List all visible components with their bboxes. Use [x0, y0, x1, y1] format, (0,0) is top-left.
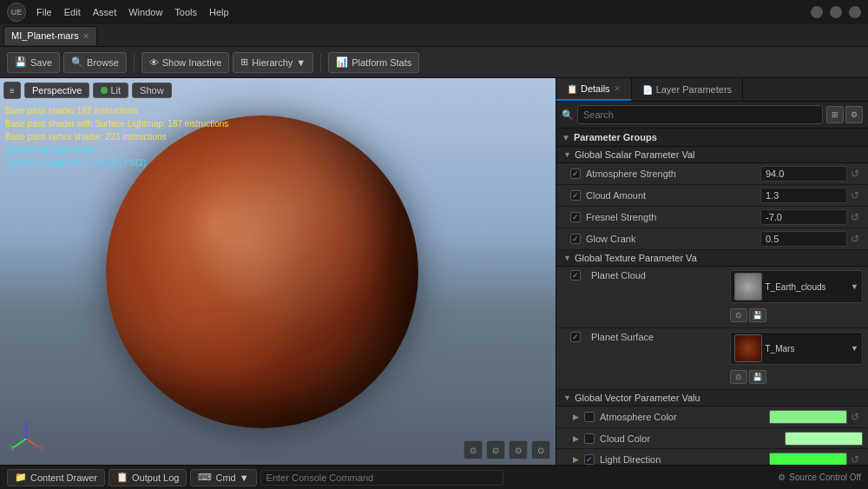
show-inactive-icon: 👁 — [149, 57, 159, 68]
menu-window[interactable]: Window — [128, 7, 162, 17]
tab-details[interactable]: 📋 Details ✕ — [556, 78, 632, 101]
browse-label: Browse — [87, 57, 119, 68]
cmd-button[interactable]: ⌨ Cmd ▼ — [190, 469, 256, 486]
atmosphere-color-reset[interactable]: ↺ — [847, 409, 863, 425]
param-row-atmosphere-strength: Atmosphere Strength 94.0 ↺ — [556, 163, 868, 185]
tab-details-close[interactable]: ✕ — [614, 84, 621, 93]
texture-row-planet-cloud: Planet Cloud T_Earth_clouds ▼ ⊙ 💾 — [556, 267, 868, 328]
platform-stats-button[interactable]: 📊 Platform Stats — [328, 52, 419, 73]
param-value-fresnel-strength[interactable]: -7.0 — [760, 209, 847, 225]
param-groups-title: Parameter Groups — [574, 132, 657, 142]
atmosphere-checkbox[interactable] — [584, 412, 595, 422]
param-reset-fresnel-strength[interactable]: ↺ — [847, 209, 863, 225]
subsection-global-vector[interactable]: ▼ Global Vector Parameter Valu — [556, 390, 868, 406]
color-row-atmosphere: ▶ Atmosphere Color ↺ — [556, 406, 868, 428]
atmosphere-color-swatch[interactable] — [769, 410, 847, 424]
viewport-icon-1[interactable]: ⊙ — [464, 440, 483, 459]
output-log-button[interactable]: 📋 Output Log — [108, 469, 187, 486]
close-button[interactable] — [849, 6, 861, 18]
light-color-swatch[interactable] — [769, 453, 847, 465]
menu-asset[interactable]: Asset — [93, 7, 117, 17]
param-row-fresnel-strength: Fresnel Strength -7.0 ↺ — [556, 207, 868, 228]
cloud-color-swatch[interactable] — [785, 432, 863, 446]
texture-browse-btn-mars[interactable]: ⊙ — [730, 370, 747, 384]
status-right: ⚙ Source Control Off — [778, 472, 861, 482]
section-parameter-groups[interactable]: ▼ Parameter Groups — [556, 129, 868, 147]
subsection-global-texture[interactable]: ▼ Global Texture Parameter Va — [556, 250, 868, 267]
lit-label: Lit — [110, 85, 121, 96]
menu-help[interactable]: Help — [209, 7, 229, 17]
texture-save-btn-earth-clouds[interactable]: 💾 — [749, 308, 766, 322]
texture-save-btn-mars[interactable]: 💾 — [749, 370, 766, 384]
viewport-toolbar: ≡ Perspective Lit Show — [3, 82, 172, 99]
layer-icon: 📄 — [642, 85, 653, 95]
debug-line-5: Texture Lookups (Est.): VS(3), PS(2) — [5, 156, 228, 169]
svg-line-1 — [14, 439, 26, 447]
texture-selector-earth-clouds[interactable]: T_Earth_clouds ▼ — [730, 270, 864, 303]
search-gear-icon[interactable]: ⚙ — [845, 106, 863, 123]
menu-edit[interactable]: Edit — [64, 7, 81, 17]
param-value-atmosphere-strength[interactable]: 94.0 — [760, 166, 847, 182]
menu-tools[interactable]: Tools — [174, 7, 197, 17]
texture-checkbox-planet-surface[interactable] — [570, 332, 581, 342]
viewport-icon-2[interactable]: ⊙ — [486, 440, 505, 459]
texture-name-mars: T_Mars — [766, 344, 848, 354]
show-inactive-button[interactable]: 👁 Show Inactive — [141, 52, 229, 73]
param-checkbox-atmosphere-strength[interactable] — [570, 169, 581, 179]
viewport-icon-4[interactable]: ⊙ — [531, 440, 550, 459]
color-row-cloud: ▶ Cloud Color — [556, 428, 868, 449]
param-reset-cloud-amount[interactable]: ↺ — [847, 188, 863, 203]
viewport-icon-3[interactable]: ⊙ — [509, 440, 528, 459]
search-input[interactable] — [577, 105, 823, 124]
hamburger-icon: ≡ — [10, 86, 15, 96]
menu-file[interactable]: File — [36, 7, 52, 17]
atmosphere-expand-icon[interactable]: ▶ — [570, 412, 581, 422]
minimize-button[interactable] — [811, 6, 823, 18]
texture-selector-mars[interactable]: T_Mars ▼ — [730, 332, 864, 365]
texture-col-planet-surface: T_Mars ▼ ⊙ 💾 — [730, 332, 864, 386]
content-drawer-button[interactable]: 📁 Content Drawer — [7, 469, 105, 486]
lit-button[interactable]: Lit — [93, 83, 128, 98]
maximize-button[interactable] — [830, 6, 842, 18]
search-grid-icon[interactable]: ⊞ — [826, 106, 844, 123]
param-value-cloud-amount[interactable]: 1.3 — [760, 188, 847, 203]
param-checkbox-glow-crank[interactable] — [570, 234, 581, 244]
hierarchy-button[interactable]: ⊞ Hierarchy ▼ — [233, 52, 313, 73]
light-color-reset[interactable]: ↺ — [847, 452, 863, 465]
tab-layer-parameters[interactable]: 📄 Layer Parameters — [632, 78, 743, 101]
perspective-button[interactable]: Perspective — [24, 83, 89, 98]
cloud-checkbox[interactable] — [584, 433, 595, 444]
param-reset-atmosphere-strength[interactable]: ↺ — [847, 166, 863, 182]
param-reset-glow-crank[interactable]: ↺ — [847, 231, 863, 247]
light-expand-icon[interactable]: ▶ — [570, 454, 581, 465]
platform-stats-icon: 📊 — [336, 56, 348, 68]
svg-text:Z: Z — [23, 421, 28, 426]
param-checkbox-fresnel-strength[interactable] — [570, 212, 581, 222]
light-checkbox[interactable] — [584, 454, 595, 465]
param-row-glow-crank: Glow Crank 0.5 ↺ — [556, 228, 868, 250]
show-button[interactable]: Show — [132, 83, 172, 98]
tab-layer-label: Layer Parameters — [656, 84, 732, 95]
save-button[interactable]: 💾 Save — [7, 52, 60, 73]
toolbar: 💾 Save 🔍 Browse 👁 Show Inactive ⊞ Hierar… — [0, 47, 868, 78]
texture-dropdown-mars[interactable]: ▼ — [851, 344, 858, 353]
console-input[interactable] — [260, 470, 503, 486]
browse-button[interactable]: 🔍 Browse — [63, 52, 127, 73]
source-control-icon: ⚙ — [778, 472, 786, 482]
panel-tabs: 📋 Details ✕ 📄 Layer Parameters — [556, 78, 868, 102]
param-checkbox-cloud-amount[interactable] — [570, 190, 581, 201]
cloud-color-label: Cloud Color — [600, 433, 785, 444]
tab-close-icon[interactable]: ✕ — [82, 31, 89, 41]
tab-mi-planet-mars[interactable]: MI_Planet-mars ✕ — [3, 26, 97, 45]
cloud-expand-icon[interactable]: ▶ — [570, 433, 581, 444]
subsection-global-scalar[interactable]: ▼ Global Scalar Parameter Val — [556, 147, 868, 163]
texture-browse-btn-earth-clouds[interactable]: ⊙ — [730, 308, 747, 322]
param-value-glow-crank[interactable]: 0.5 — [760, 231, 847, 247]
content-drawer-label: Content Drawer — [30, 472, 97, 483]
texture-dropdown-earth-clouds[interactable]: ▼ — [851, 282, 858, 291]
svg-line-0 — [26, 439, 39, 447]
texture-checkbox-planet-cloud[interactable] — [570, 270, 581, 281]
viewport-bottom-icons: ⊙ ⊙ ⊙ ⊙ — [464, 440, 550, 459]
viewport-menu-button[interactable]: ≡ — [3, 82, 21, 99]
tab-bar: MI_Planet-mars ✕ — [0, 24, 868, 47]
